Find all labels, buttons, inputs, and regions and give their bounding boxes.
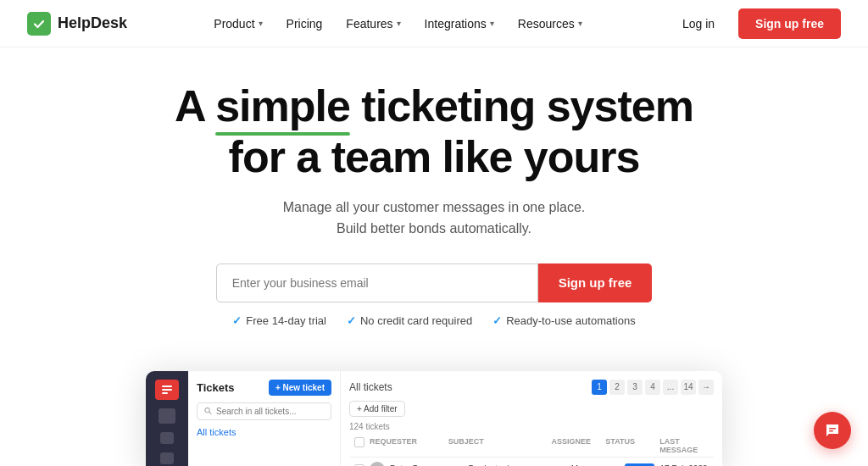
brand-name: HelpDesk [58,14,127,32]
login-button[interactable]: Log in [669,10,728,37]
svg-rect-2 [162,389,172,391]
trust-badge-credit: ✓ No credit card required [347,314,472,327]
hero-title: A simple ticketing system for a team lik… [27,81,841,183]
ticket-count: 124 tickets [349,422,714,431]
logo-icon [27,12,51,36]
all-tickets-link[interactable]: All tickets [197,427,331,437]
cta-signup-button[interactable]: Sign up free [538,264,653,302]
trust-badge-automations: ✓ Ready-to-use automations [492,314,635,327]
chevron-down-icon: ▾ [259,19,263,28]
svg-rect-7 [829,430,833,432]
page-3-button[interactable]: 3 [627,380,643,395]
nav-features[interactable]: Features ▾ [336,10,410,37]
chat-bubble-button[interactable] [814,412,851,449]
select-all-checkbox[interactable] [354,437,364,447]
add-filter-button[interactable]: + Add filter [349,401,405,417]
check-icon: ✓ [232,314,242,327]
table-header: REQUESTER SUBJECT ASSIGNEE STATUS LAST M… [349,435,714,458]
nav-actions: Log in Sign up free [669,8,841,39]
right-panel: All tickets 1 2 3 4 ... 14 → + Add filte… [341,371,722,466]
page-ellipsis: ... [663,380,678,395]
col-header-requester: REQUESTER [370,437,443,454]
page-1-button[interactable]: 1 [592,380,607,395]
trust-badge-trial: ✓ Free 14-day trial [232,314,326,327]
sidebar-icon-4[interactable] [160,452,174,464]
chevron-down-icon: ▾ [578,19,582,28]
sidebar-icon-2[interactable] [159,408,175,424]
sidebar-tickets-icon[interactable] [155,380,179,401]
col-header-lastmessage: LAST MESSAGE [659,437,709,454]
right-panel-title: All tickets [349,381,392,393]
sidebar-icon-3[interactable] [160,432,174,444]
email-form: Sign up free [27,264,841,302]
svg-rect-0 [31,16,47,31]
pagination: 1 2 3 4 ... 14 → [592,380,714,395]
app-sidebar [146,371,188,466]
col-header-assignee: ASSIGNEE [551,437,600,454]
page-14-button[interactable]: 14 [681,380,696,395]
app-window: Tickets + New ticket All tickets All tic… [146,371,722,466]
trust-badges: ✓ Free 14-day trial ✓ No credit card req… [27,314,841,327]
nav-pricing[interactable]: Pricing [276,10,333,37]
app-preview: Tickets + New ticket All tickets All tic… [0,371,868,466]
nav-resources[interactable]: Resources ▾ [508,10,593,37]
col-header-status: STATUS [605,437,654,454]
hero-underline-word: simple [215,81,350,132]
chat-icon [823,421,842,440]
panel-title: Tickets [197,381,235,394]
svg-rect-3 [162,392,168,394]
hero-subtitle: Manage all your customer messages in one… [27,197,841,240]
page-4-button[interactable]: 4 [645,380,660,395]
chevron-down-icon: ▾ [397,19,401,28]
avatar: P [370,462,385,466]
email-input[interactable] [216,264,538,302]
tickets-search-input[interactable] [216,407,324,416]
svg-rect-6 [829,428,836,430]
table-row[interactable]: P Peter Brown Product price... Morgan Op… [349,458,714,466]
hero-section: A simple ticketing system for a team lik… [0,47,868,371]
nav-links: Product ▾ Pricing Features ▾ Integration… [203,10,592,37]
svg-rect-1 [162,386,172,387]
signup-button[interactable]: Sign up free [738,8,841,39]
search-icon [204,407,212,415]
left-panel-header: Tickets + New ticket [197,380,331,396]
page-next-button[interactable]: → [698,380,714,395]
nav-integrations[interactable]: Integrations ▾ [415,10,504,37]
new-ticket-button[interactable]: + New ticket [269,380,331,396]
col-header-subject: SUBJECT [448,437,547,454]
svg-line-5 [209,413,211,414]
left-panel: Tickets + New ticket All tickets [188,371,341,466]
page-2-button[interactable]: 2 [609,380,625,395]
navbar: HelpDesk Product ▾ Pricing Features ▾ In… [0,0,868,47]
app-inner: Tickets + New ticket All tickets All tic… [146,371,722,466]
check-icon: ✓ [492,314,502,327]
check-icon: ✓ [347,314,356,327]
search-bar [197,402,331,420]
chevron-down-icon: ▾ [490,19,494,28]
nav-product[interactable]: Product ▾ [203,10,272,37]
right-panel-header: All tickets 1 2 3 4 ... 14 → [349,380,714,395]
brand-logo[interactable]: HelpDesk [27,12,127,36]
